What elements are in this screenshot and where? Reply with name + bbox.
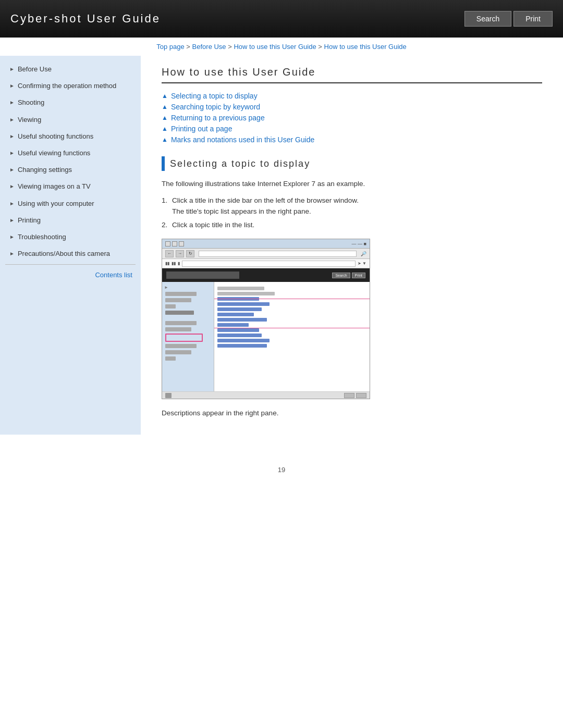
sidebar-item-precautions[interactable]: ► Precautions/About this camera xyxy=(0,245,141,262)
sidebar-item-printing[interactable]: ► Printing xyxy=(0,212,141,229)
topic-links-list: ▲ Selecting a topic to display ▲ Searchi… xyxy=(162,92,542,144)
mock-statusbar xyxy=(162,391,370,399)
arrow-icon-shooting: ► xyxy=(9,99,15,106)
sidebar-item-viewing[interactable]: ► Viewing xyxy=(0,112,141,128)
section1-outro: Descriptions appear in the right pane. xyxy=(162,408,542,419)
topic-link-item-marks: ▲ Marks and notations used in this User … xyxy=(162,135,542,144)
mock-status-icon xyxy=(165,393,172,398)
breadcrumb-how-to-2[interactable]: How to use this User Guide xyxy=(324,43,407,51)
mock-addressbar: ▮▮ ▮▮ ▮ ➤ ▼ xyxy=(162,259,370,268)
mock-max-btn xyxy=(179,241,184,246)
mock-row-11 xyxy=(217,339,270,342)
arrow-icon-using-computer: ► xyxy=(9,200,15,207)
sidebar-item-confirming[interactable]: ► Confirming the operation method xyxy=(0,78,141,94)
contents-list-link[interactable]: Contents list xyxy=(0,267,141,283)
breadcrumb-before-use[interactable]: Before Use xyxy=(192,43,226,51)
mock-print-btn: Print xyxy=(352,273,365,278)
search-button[interactable]: Search xyxy=(464,11,511,27)
mock-go-icons: ➤ ▼ xyxy=(358,261,366,266)
mock-tab2: ▮▮ xyxy=(172,261,176,266)
topic-link-returning[interactable]: Returning to a previous page xyxy=(171,114,265,122)
breadcrumb-sep2: > xyxy=(228,43,234,51)
print-button[interactable]: Print xyxy=(513,11,553,27)
mock-sidebar-row-3 xyxy=(165,304,176,309)
contents-list-anchor[interactable]: Contents list xyxy=(95,271,132,279)
breadcrumb: Top page > Before Use > How to use this … xyxy=(0,38,563,56)
section1-title: Selecting a topic to display xyxy=(170,158,310,169)
sidebar-item-viewing-tv[interactable]: ► Viewing images on a TV xyxy=(0,178,141,195)
sidebar-item-useful-viewing[interactable]: ► Useful viewing functions xyxy=(0,145,141,162)
step-1: Click a title in the side bar on the lef… xyxy=(162,195,542,217)
section1-steps: Click a title in the side bar on the lef… xyxy=(162,195,542,231)
mock-annotation-line-2 xyxy=(214,328,370,328)
sidebar-label-changing-settings: Changing settings xyxy=(18,165,136,175)
mock-sidebar-spacer xyxy=(164,317,212,319)
sidebar-item-before-use[interactable]: ► Before Use xyxy=(0,61,141,78)
topic-link-item-selecting: ▲ Selecting a topic to display xyxy=(162,92,542,100)
topic-link-item-printing: ▲ Printing out a page xyxy=(162,125,542,133)
mock-content-pane: 1 2 xyxy=(214,282,370,391)
header-buttons: Search Print xyxy=(464,11,553,27)
mock-url-bar xyxy=(199,251,357,257)
mock-fwd-btn: → xyxy=(176,250,184,257)
section1-heading: Selecting a topic to display xyxy=(162,156,542,171)
mock-app-title-bar xyxy=(166,272,239,279)
header: Cyber-shot User Guide Search Print xyxy=(0,0,563,38)
arrow-icon-useful-shooting: ► xyxy=(9,133,15,140)
sidebar-label-precautions: Precautions/About this camera xyxy=(18,249,136,258)
sidebar-item-useful-shooting[interactable]: ► Useful shooting functions xyxy=(0,128,141,145)
arrow-icon-printing: ► xyxy=(9,217,15,224)
step-2: Click a topic title in the list. xyxy=(162,219,542,231)
sidebar-item-changing-settings[interactable]: ► Changing settings xyxy=(0,162,141,178)
arrow-icon-before-use: ► xyxy=(9,66,15,73)
mock-sidebar-row-8 xyxy=(165,344,197,348)
sidebar-divider xyxy=(5,264,136,265)
app-title: Cyber-shot User Guide xyxy=(10,12,161,26)
content-area: How to use this User Guide ▲ Selecting a… xyxy=(141,56,563,435)
breadcrumb-top[interactable]: Top page xyxy=(156,43,185,51)
mock-address-field xyxy=(182,261,356,267)
mock-sidebar-pane: ► xyxy=(162,282,214,391)
mock-sidebar-row-1 xyxy=(165,292,197,296)
sidebar-label-viewing: Viewing xyxy=(18,115,136,125)
sidebar-label-using-computer: Using with your computer xyxy=(18,199,136,208)
mock-toolbar: ← → ↻ 🔎 xyxy=(162,249,370,259)
triangle-icon-selecting: ▲ xyxy=(162,92,168,100)
mock-row-4 xyxy=(217,302,270,306)
topic-link-marks[interactable]: Marks and notations used in this User Gu… xyxy=(171,135,314,144)
mock-row-9 xyxy=(217,328,259,332)
sidebar: ► Before Use ► Confirming the operation … xyxy=(0,56,141,435)
topic-link-selecting[interactable]: Selecting a topic to display xyxy=(171,92,258,100)
mock-tab3: ▮ xyxy=(178,261,180,266)
arrow-icon-changing-settings: ► xyxy=(9,166,15,174)
arrow-icon-viewing: ► xyxy=(9,116,15,124)
mock-sidebar-highlighted xyxy=(165,334,203,342)
topic-link-searching[interactable]: Searching topic by keyword xyxy=(171,103,260,111)
mock-row-7 xyxy=(217,318,267,322)
section-bar-icon xyxy=(162,156,165,171)
mock-status-right xyxy=(344,393,366,398)
page-number: 19 xyxy=(0,455,563,484)
sidebar-item-using-computer[interactable]: ► Using with your computer xyxy=(0,195,141,212)
mock-row-2 xyxy=(217,292,275,295)
arrow-icon-viewing-tv: ► xyxy=(9,183,15,190)
sidebar-label-confirming: Confirming the operation method xyxy=(18,81,136,91)
sidebar-label-before-use: Before Use xyxy=(18,65,136,74)
breadcrumb-how-to-1[interactable]: How to use this User Guide xyxy=(234,43,316,51)
arrow-icon-confirming: ► xyxy=(9,82,15,90)
mock-sidebar-indicator: ► xyxy=(164,285,212,290)
sidebar-label-shooting: Shooting xyxy=(18,98,136,107)
sidebar-item-troubleshooting[interactable]: ► Troubleshooting xyxy=(0,229,141,245)
sidebar-label-troubleshooting: Troubleshooting xyxy=(18,232,136,242)
mock-titlebar-controls xyxy=(165,241,184,246)
mock-titlebar-title: — — ■ xyxy=(352,241,366,246)
mock-sidebar-row-10 xyxy=(165,356,176,361)
triangle-icon-printing: ▲ xyxy=(162,125,168,132)
mock-back-btn: ← xyxy=(165,250,174,257)
sidebar-label-printing: Printing xyxy=(18,216,136,225)
mock-app-header: Search Print xyxy=(162,268,370,282)
sidebar-item-shooting[interactable]: ► Shooting xyxy=(0,94,141,111)
sidebar-label-useful-viewing: Useful viewing functions xyxy=(18,149,136,158)
topic-link-printing[interactable]: Printing out a page xyxy=(171,125,232,133)
arrow-icon-precautions: ► xyxy=(9,250,15,257)
